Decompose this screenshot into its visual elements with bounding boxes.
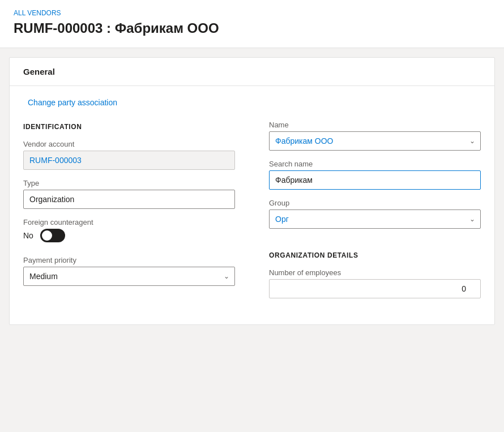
payment-priority-field: Payment priority Low Medium High ⌄: [23, 256, 235, 286]
change-party-link[interactable]: Change party association: [28, 98, 117, 107]
org-section-label: ORGANIZATION DETAILS: [269, 251, 481, 259]
page-header: ALL VENDORS RUMF-000003 : Фабрикам ООО: [0, 0, 504, 48]
search-name-field: Search name: [269, 160, 481, 190]
search-name-label: Search name: [269, 160, 481, 168]
right-column: Name Фабрикам ООО ⌄ Search name Group: [269, 121, 481, 307]
group-select[interactable]: Орг: [269, 209, 481, 229]
name-field: Name Фабрикам ООО ⌄: [269, 121, 481, 151]
identification-section-label: IDENTIFICATION: [23, 123, 235, 131]
left-column: IDENTIFICATION Vendor account Type Forei…: [23, 121, 235, 307]
payment-priority-select-wrapper: Low Medium High ⌄: [23, 267, 235, 286]
foreign-counteragent-field: Foreign counteragent No: [23, 218, 235, 242]
type-input[interactable]: [23, 190, 235, 209]
toggle-track: [40, 229, 65, 242]
num-employees-input[interactable]: [269, 279, 481, 298]
vendor-account-input[interactable]: [23, 151, 235, 170]
card-body: Change party association IDENTIFICATION …: [10, 86, 494, 324]
payment-priority-label: Payment priority: [23, 256, 235, 264]
vendor-account-label: Vendor account: [23, 140, 235, 148]
group-select-wrapper: Орг ⌄: [269, 209, 481, 229]
foreign-counteragent-label: Foreign counteragent: [23, 218, 235, 226]
card-header: General: [10, 58, 494, 86]
payment-priority-select[interactable]: Low Medium High: [23, 267, 235, 286]
toggle-row: No: [23, 229, 235, 242]
name-select[interactable]: Фабрикам ООО: [269, 131, 481, 151]
vendor-account-field: Vendor account: [23, 140, 235, 170]
num-employees-field: Number of employees: [269, 268, 481, 298]
toggle-thumb: [42, 230, 52, 241]
breadcrumb[interactable]: ALL VENDORS: [14, 9, 490, 17]
group-label: Group: [269, 199, 481, 207]
form-layout: IDENTIFICATION Vendor account Type Forei…: [23, 121, 481, 307]
num-employees-label: Number of employees: [269, 268, 481, 277]
name-label: Name: [269, 121, 481, 129]
search-name-input[interactable]: [269, 170, 481, 190]
name-select-wrapper: Фабрикам ООО ⌄: [269, 131, 481, 151]
type-field: Type: [23, 179, 235, 209]
page-title: RUMF-000003 : Фабрикам ООО: [14, 20, 490, 36]
type-label: Type: [23, 179, 235, 187]
general-card: General Change party association IDENTIF…: [9, 57, 495, 325]
group-field: Group Орг ⌄: [269, 199, 481, 229]
toggle-label-text: No: [23, 231, 33, 240]
toggle-switch[interactable]: [40, 229, 65, 242]
